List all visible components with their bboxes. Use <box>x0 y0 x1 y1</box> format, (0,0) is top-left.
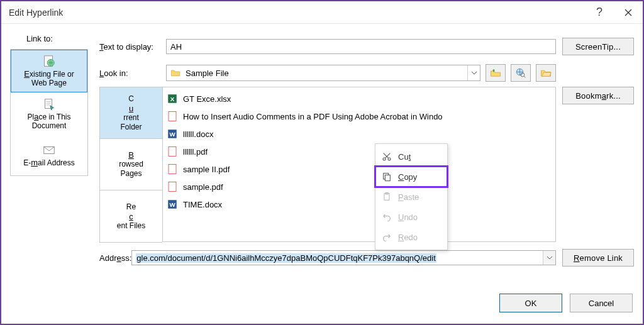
tab-current-folder[interactable]: CurrentFolder <box>100 87 162 139</box>
look-in-label: Look in: <box>99 69 166 78</box>
undo-icon <box>382 212 392 222</box>
context-paste: Paste <box>375 187 447 207</box>
web-search-icon <box>515 67 526 79</box>
svg-text:X: X <box>170 96 175 102</box>
window-title: Edit Hyperlink <box>9 8 63 18</box>
linkto-existing-file[interactable]: Existing File orWeb Page <box>11 50 87 92</box>
pdf-file-icon <box>167 163 178 175</box>
svg-rect-10 <box>169 112 176 121</box>
linkto-email-address[interactable]: E-mail Address <box>11 135 87 175</box>
file-list[interactable]: XGT Exce.xlsx How to Insert Audio Commen… <box>162 87 556 242</box>
svg-rect-21 <box>385 175 390 180</box>
title-bar: Edit Hyperlink ? <box>1 1 643 24</box>
edit-hyperlink-dialog: Edit Hyperlink ? Link to: Existing File … <box>0 0 644 325</box>
screentip-button[interactable]: ScreenTip... <box>562 38 634 55</box>
remove-link-button[interactable]: Remove Link <box>562 249 634 267</box>
envelope-icon <box>42 143 57 157</box>
list-item[interactable]: sample II.pdf <box>167 160 552 178</box>
svg-rect-15 <box>169 182 176 192</box>
folder-up-icon <box>490 67 501 79</box>
list-item[interactable]: XGT Exce.xlsx <box>167 90 552 107</box>
globe-page-icon <box>42 55 57 69</box>
text-to-display-input[interactable] <box>166 39 556 54</box>
clipboard-icon <box>382 192 392 202</box>
address-label: Address: <box>99 253 131 263</box>
redo-icon <box>382 232 392 242</box>
context-undo: Undo <box>375 207 447 227</box>
word-file-icon: W <box>167 128 178 140</box>
bookmark-button[interactable]: Bookmark... <box>562 87 634 104</box>
look-in-dropdown[interactable]: Sample File <box>166 65 480 81</box>
link-to-sidebar: Existing File orWeb Page Place in ThisDo… <box>10 49 88 176</box>
browse-tabs: CurrentFolder BrowsedPages Recent Files <box>99 87 162 243</box>
pdf-file-icon <box>167 146 178 157</box>
excel-file-icon: X <box>167 93 178 104</box>
svg-rect-14 <box>169 165 176 174</box>
look-in-value: Sample File <box>186 69 229 78</box>
svg-text:W: W <box>169 131 175 138</box>
svg-text:W: W <box>169 201 175 208</box>
chevron-down-icon[interactable] <box>543 251 555 265</box>
context-copy[interactable]: Copy <box>375 167 447 187</box>
context-redo: Redo <box>375 227 447 247</box>
browse-file-button[interactable] <box>536 64 556 82</box>
ok-button[interactable]: OK <box>499 294 562 312</box>
list-item[interactable]: Wllllll.docx <box>167 125 552 143</box>
cancel-button[interactable]: Cancel <box>570 294 633 312</box>
list-item[interactable]: How to Insert Audio Comments in a PDF Us… <box>167 107 552 125</box>
pdf-file-icon <box>167 111 178 122</box>
svg-rect-13 <box>169 147 176 157</box>
copy-icon <box>382 172 392 182</box>
tab-browsed-pages[interactable]: BrowsedPages <box>100 139 162 190</box>
document-target-icon <box>42 97 57 111</box>
list-item[interactable]: llllll.pdf <box>167 143 552 160</box>
scissors-icon <box>382 151 392 162</box>
close-button[interactable] <box>614 1 643 24</box>
link-to-label: Link to: <box>26 34 53 43</box>
word-file-icon: W <box>167 199 178 210</box>
text-to-display-label: Text to display: <box>99 42 166 52</box>
list-item[interactable]: sample.pdf <box>167 178 552 196</box>
folder-icon <box>170 68 180 78</box>
dialog-footer: OK Cancel <box>499 294 633 312</box>
open-folder-icon <box>540 67 552 79</box>
pdf-file-icon <box>167 181 178 192</box>
list-item[interactable]: WTIME.docx <box>167 196 552 213</box>
up-one-folder-button[interactable] <box>486 64 506 82</box>
browse-web-button[interactable] <box>511 64 531 82</box>
context-menu: Cut Copy Paste Undo Redo <box>375 143 448 250</box>
address-input[interactable]: gle.com/document/d/1GNNi6ailhMcczye7dpaB… <box>131 250 556 265</box>
linkto-place-in-document[interactable]: Place in ThisDocument <box>11 92 87 135</box>
tab-recent-files[interactable]: Recent Files <box>100 190 162 242</box>
chevron-down-icon[interactable] <box>467 65 480 80</box>
help-button[interactable]: ? <box>585 1 614 24</box>
context-cut[interactable]: Cut <box>375 146 447 167</box>
